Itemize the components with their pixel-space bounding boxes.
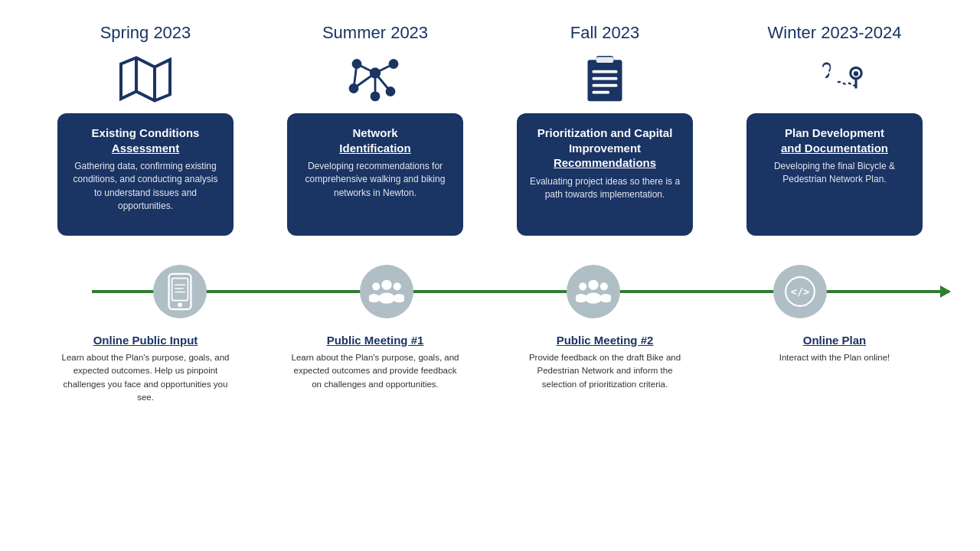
main-container: Spring 2023 Existing ConditionsAssessmen… (0, 0, 980, 551)
svg-point-24 (854, 71, 858, 76)
phase-box-fall-2023: Prioritization and Capital ImprovementRe… (517, 113, 693, 236)
season-label-winter-2023-2024: Winter 2023-2024 (768, 23, 902, 43)
svg-point-21 (824, 64, 830, 70)
phase-icon-fall-2023 (574, 52, 635, 106)
engagement-col-fall-2023: Public Meeting #2Provide feedback on the… (513, 334, 697, 404)
engagement-desc-winter-2023-2024: Interact with the Plan online! (749, 351, 920, 364)
phase-icon-summer-2023 (345, 52, 406, 106)
svg-point-41 (600, 282, 608, 290)
svg-line-11 (375, 73, 390, 91)
phase-desc-summer-2023: Developing recommendations for comprehen… (298, 160, 452, 200)
engagement-col-spring-2023: Online Public InputLearn about the Plan'… (54, 334, 237, 404)
svg-point-31 (381, 280, 391, 290)
svg-point-40 (576, 294, 587, 302)
svg-rect-26 (172, 279, 188, 301)
phase-desc-spring-2023: Gathering data, confirming existing cond… (68, 160, 223, 214)
phase-box-spring-2023: Existing ConditionsAssessmentGathering d… (57, 113, 234, 236)
svg-rect-14 (588, 60, 622, 101)
engagement-title-winter-2023-2024: Online Plan (749, 334, 920, 347)
engagement-title-summer-2023: Public Meeting #1 (289, 334, 461, 347)
bottom-section: Online Public InputLearn about the Plan'… (31, 334, 949, 404)
timeline-node-spring-2023 (153, 265, 207, 318)
phase-icon-winter-2023-2024 (804, 52, 865, 106)
svg-rect-20 (596, 57, 614, 64)
svg-rect-16 (593, 70, 618, 73)
timeline-node-fall-2023 (567, 265, 620, 318)
top-section: Spring 2023 Existing ConditionsAssessmen… (31, 23, 949, 236)
engagement-col-winter-2023-2024: Online PlanInteract with the Plan online… (743, 334, 926, 404)
svg-point-38 (585, 293, 602, 304)
svg-rect-17 (593, 77, 618, 80)
phase-col-fall-2023: Fall 2023 Prioritization and Capital Imp… (513, 23, 697, 236)
svg-point-36 (393, 294, 404, 302)
engagement-title-spring-2023: Online Public Input (60, 334, 231, 347)
engagement-desc-spring-2023: Learn about the Plan's purpose, goals, a… (60, 351, 231, 404)
phase-col-summer-2023: Summer 2023 NetworkIdentificationDevelop… (283, 23, 467, 236)
phase-box-winter-2023-2024: Plan Developmentand DocumentationDevelop… (746, 113, 923, 236)
season-label-fall-2023: Fall 2023 (570, 23, 640, 43)
phase-col-winter-2023-2024: Winter 2023-2024 Plan Developmentand Doc… (743, 23, 926, 236)
engagement-col-summer-2023: Public Meeting #1Learn about the Plan's … (283, 334, 467, 404)
svg-point-42 (599, 294, 611, 302)
svg-rect-19 (593, 91, 610, 94)
svg-line-10 (354, 73, 375, 88)
engagement-title-fall-2023: Public Meeting #2 (519, 334, 691, 347)
phase-icon-spring-2023 (115, 52, 176, 106)
svg-point-35 (394, 282, 401, 290)
svg-point-27 (178, 302, 182, 307)
engagement-desc-summer-2023: Learn about the Plan's purpose, goals, a… (289, 351, 461, 391)
season-label-spring-2023: Spring 2023 (100, 23, 191, 43)
phase-desc-winter-2023-2024: Developing the final Bicycle & Pedestria… (757, 160, 912, 187)
phase-col-spring-2023: Spring 2023 Existing ConditionsAssessmen… (54, 23, 237, 236)
svg-point-34 (369, 294, 381, 302)
engagement-desc-fall-2023: Provide feedback on the draft Bike and P… (519, 351, 691, 391)
svg-point-32 (378, 293, 395, 304)
svg-rect-18 (593, 84, 618, 87)
phase-box-summer-2023: NetworkIdentificationDeveloping recommen… (287, 113, 463, 236)
svg-point-39 (579, 282, 586, 290)
timeline-circles: </> (31, 265, 949, 318)
phase-desc-fall-2023: Evaluating project ideas so there is a p… (528, 175, 682, 202)
timeline-row: </> (31, 257, 949, 326)
svg-point-37 (588, 280, 598, 290)
season-label-summer-2023: Summer 2023 (322, 23, 428, 43)
timeline-node-summer-2023 (360, 265, 413, 318)
timeline-node-winter-2023-2024: </> (773, 265, 827, 318)
svg-point-33 (372, 282, 380, 290)
svg-text:</>: </> (791, 285, 810, 298)
